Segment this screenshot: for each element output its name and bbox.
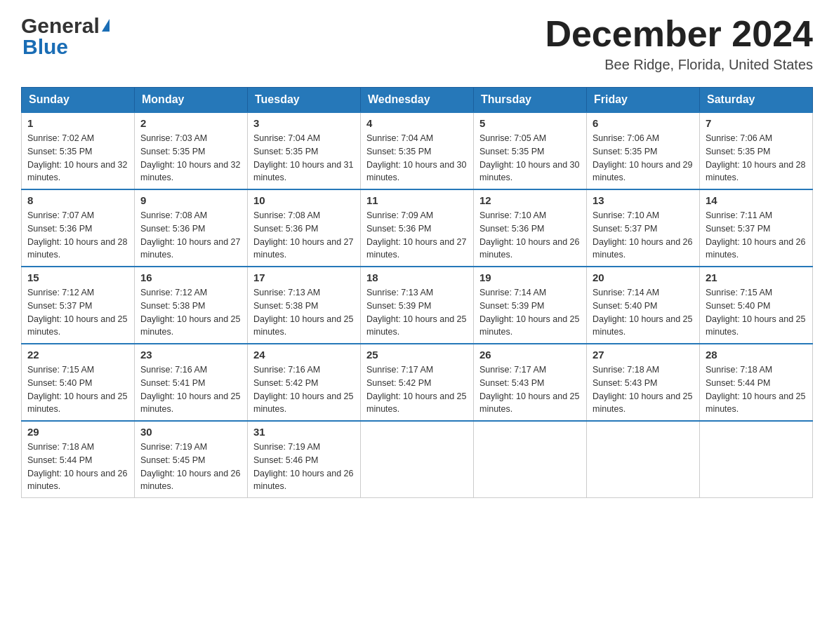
calendar-cell bbox=[700, 421, 813, 498]
week-row-4: 22 Sunrise: 7:15 AM Sunset: 5:40 PM Dayl… bbox=[22, 344, 813, 421]
day-number: 20 bbox=[593, 271, 694, 283]
day-number: 15 bbox=[27, 271, 128, 283]
day-info: Sunrise: 7:17 AM Sunset: 5:42 PM Dayligh… bbox=[366, 363, 468, 416]
calendar-cell: 6 Sunrise: 7:06 AM Sunset: 5:35 PM Dayli… bbox=[587, 112, 700, 189]
day-info: Sunrise: 7:13 AM Sunset: 5:39 PM Dayligh… bbox=[366, 286, 468, 339]
day-info: Sunrise: 7:06 AM Sunset: 5:35 PM Dayligh… bbox=[706, 132, 807, 185]
day-header-monday: Monday bbox=[135, 88, 248, 113]
calendar-cell bbox=[361, 421, 474, 498]
calendar-cell: 26 Sunrise: 7:17 AM Sunset: 5:43 PM Dayl… bbox=[474, 344, 587, 421]
day-number: 17 bbox=[253, 271, 355, 283]
day-info: Sunrise: 7:13 AM Sunset: 5:38 PM Dayligh… bbox=[253, 286, 355, 339]
day-number: 11 bbox=[366, 194, 468, 206]
day-number: 31 bbox=[253, 426, 355, 438]
day-info: Sunrise: 7:18 AM Sunset: 5:44 PM Dayligh… bbox=[27, 441, 128, 493]
day-info: Sunrise: 7:10 AM Sunset: 5:37 PM Dayligh… bbox=[593, 209, 694, 262]
day-header-thursday: Thursday bbox=[474, 88, 587, 113]
calendar-cell: 23 Sunrise: 7:16 AM Sunset: 5:41 PM Dayl… bbox=[135, 344, 248, 421]
calendar-cell: 15 Sunrise: 7:12 AM Sunset: 5:37 PM Dayl… bbox=[22, 267, 135, 344]
calendar-cell: 20 Sunrise: 7:14 AM Sunset: 5:40 PM Dayl… bbox=[587, 267, 700, 344]
day-info: Sunrise: 7:12 AM Sunset: 5:38 PM Dayligh… bbox=[140, 286, 241, 339]
day-number: 16 bbox=[140, 271, 241, 283]
day-info: Sunrise: 7:14 AM Sunset: 5:39 PM Dayligh… bbox=[479, 286, 581, 339]
day-number: 1 bbox=[27, 117, 128, 129]
day-info: Sunrise: 7:18 AM Sunset: 5:43 PM Dayligh… bbox=[593, 363, 694, 416]
day-number: 3 bbox=[253, 117, 355, 129]
day-number: 26 bbox=[479, 349, 581, 361]
day-number: 13 bbox=[593, 194, 694, 206]
day-info: Sunrise: 7:02 AM Sunset: 5:35 PM Dayligh… bbox=[27, 132, 128, 185]
location: Bee Ridge, Florida, United States bbox=[545, 57, 813, 73]
title-section: December 2024 Bee Ridge, Florida, United… bbox=[545, 14, 813, 73]
day-info: Sunrise: 7:10 AM Sunset: 5:36 PM Dayligh… bbox=[479, 209, 581, 262]
day-info: Sunrise: 7:06 AM Sunset: 5:35 PM Dayligh… bbox=[593, 132, 694, 185]
day-number: 18 bbox=[366, 271, 468, 283]
day-info: Sunrise: 7:08 AM Sunset: 5:36 PM Dayligh… bbox=[140, 209, 241, 262]
calendar-cell: 2 Sunrise: 7:03 AM Sunset: 5:35 PM Dayli… bbox=[135, 112, 248, 189]
day-number: 27 bbox=[593, 349, 694, 361]
calendar-cell bbox=[474, 421, 587, 498]
calendar-cell: 18 Sunrise: 7:13 AM Sunset: 5:39 PM Dayl… bbox=[361, 267, 474, 344]
day-number: 30 bbox=[140, 426, 241, 438]
calendar-cell: 28 Sunrise: 7:18 AM Sunset: 5:44 PM Dayl… bbox=[700, 344, 813, 421]
calendar-cell: 16 Sunrise: 7:12 AM Sunset: 5:38 PM Dayl… bbox=[135, 267, 248, 344]
day-number: 24 bbox=[253, 349, 355, 361]
day-number: 12 bbox=[479, 194, 581, 206]
day-info: Sunrise: 7:19 AM Sunset: 5:46 PM Dayligh… bbox=[253, 441, 355, 493]
calendar-cell: 9 Sunrise: 7:08 AM Sunset: 5:36 PM Dayli… bbox=[135, 189, 248, 267]
day-info: Sunrise: 7:15 AM Sunset: 5:40 PM Dayligh… bbox=[27, 363, 128, 416]
calendar-cell: 12 Sunrise: 7:10 AM Sunset: 5:36 PM Dayl… bbox=[474, 189, 587, 267]
calendar-cell: 22 Sunrise: 7:15 AM Sunset: 5:40 PM Dayl… bbox=[22, 344, 135, 421]
calendar-cell: 27 Sunrise: 7:18 AM Sunset: 5:43 PM Dayl… bbox=[587, 344, 700, 421]
day-header-wednesday: Wednesday bbox=[361, 88, 474, 113]
calendar-cell: 4 Sunrise: 7:04 AM Sunset: 5:35 PM Dayli… bbox=[361, 112, 474, 189]
day-info: Sunrise: 7:05 AM Sunset: 5:35 PM Dayligh… bbox=[479, 132, 581, 185]
day-info: Sunrise: 7:18 AM Sunset: 5:44 PM Dayligh… bbox=[706, 363, 807, 416]
calendar-cell: 29 Sunrise: 7:18 AM Sunset: 5:44 PM Dayl… bbox=[22, 421, 135, 498]
day-number: 29 bbox=[27, 426, 128, 438]
day-number: 4 bbox=[366, 117, 468, 129]
calendar-table: SundayMondayTuesdayWednesdayThursdayFrid… bbox=[21, 87, 813, 498]
day-info: Sunrise: 7:19 AM Sunset: 5:45 PM Dayligh… bbox=[140, 441, 241, 493]
day-info: Sunrise: 7:04 AM Sunset: 5:35 PM Dayligh… bbox=[366, 132, 468, 185]
days-header-row: SundayMondayTuesdayWednesdayThursdayFrid… bbox=[22, 88, 813, 113]
day-info: Sunrise: 7:14 AM Sunset: 5:40 PM Dayligh… bbox=[593, 286, 694, 339]
calendar-cell: 30 Sunrise: 7:19 AM Sunset: 5:45 PM Dayl… bbox=[135, 421, 248, 498]
day-info: Sunrise: 7:08 AM Sunset: 5:36 PM Dayligh… bbox=[253, 209, 355, 262]
day-number: 21 bbox=[706, 271, 807, 283]
day-number: 2 bbox=[140, 117, 241, 129]
calendar-cell: 17 Sunrise: 7:13 AM Sunset: 5:38 PM Dayl… bbox=[248, 267, 361, 344]
day-number: 10 bbox=[253, 194, 355, 206]
calendar-cell: 19 Sunrise: 7:14 AM Sunset: 5:39 PM Dayl… bbox=[474, 267, 587, 344]
week-row-5: 29 Sunrise: 7:18 AM Sunset: 5:44 PM Dayl… bbox=[22, 421, 813, 498]
day-header-saturday: Saturday bbox=[700, 88, 813, 113]
day-info: Sunrise: 7:07 AM Sunset: 5:36 PM Dayligh… bbox=[27, 209, 128, 262]
week-row-1: 1 Sunrise: 7:02 AM Sunset: 5:35 PM Dayli… bbox=[22, 112, 813, 189]
calendar-cell: 21 Sunrise: 7:15 AM Sunset: 5:40 PM Dayl… bbox=[700, 267, 813, 344]
calendar-cell: 5 Sunrise: 7:05 AM Sunset: 5:35 PM Dayli… bbox=[474, 112, 587, 189]
week-row-2: 8 Sunrise: 7:07 AM Sunset: 5:36 PM Dayli… bbox=[22, 189, 813, 267]
day-info: Sunrise: 7:17 AM Sunset: 5:43 PM Dayligh… bbox=[479, 363, 581, 416]
day-number: 8 bbox=[27, 194, 128, 206]
day-number: 14 bbox=[706, 194, 807, 206]
day-header-tuesday: Tuesday bbox=[248, 88, 361, 113]
day-header-sunday: Sunday bbox=[22, 88, 135, 113]
calendar-cell bbox=[587, 421, 700, 498]
calendar-cell: 25 Sunrise: 7:17 AM Sunset: 5:42 PM Dayl… bbox=[361, 344, 474, 421]
calendar-cell: 13 Sunrise: 7:10 AM Sunset: 5:37 PM Dayl… bbox=[587, 189, 700, 267]
logo-blue-text: Blue bbox=[22, 35, 68, 59]
page-header: General Blue December 2024 Bee Ridge, Fl… bbox=[21, 14, 813, 73]
calendar-cell: 11 Sunrise: 7:09 AM Sunset: 5:36 PM Dayl… bbox=[361, 189, 474, 267]
calendar-cell: 24 Sunrise: 7:16 AM Sunset: 5:42 PM Dayl… bbox=[248, 344, 361, 421]
day-info: Sunrise: 7:16 AM Sunset: 5:41 PM Dayligh… bbox=[140, 363, 241, 416]
day-info: Sunrise: 7:12 AM Sunset: 5:37 PM Dayligh… bbox=[27, 286, 128, 339]
logo-general-text: General bbox=[21, 14, 100, 38]
calendar-cell: 10 Sunrise: 7:08 AM Sunset: 5:36 PM Dayl… bbox=[248, 189, 361, 267]
day-number: 7 bbox=[706, 117, 807, 129]
day-header-friday: Friday bbox=[587, 88, 700, 113]
day-info: Sunrise: 7:15 AM Sunset: 5:40 PM Dayligh… bbox=[706, 286, 807, 339]
day-info: Sunrise: 7:04 AM Sunset: 5:35 PM Dayligh… bbox=[253, 132, 355, 185]
day-number: 22 bbox=[27, 349, 128, 361]
month-title: December 2024 bbox=[545, 14, 813, 54]
logo-triangle-icon bbox=[102, 19, 110, 32]
